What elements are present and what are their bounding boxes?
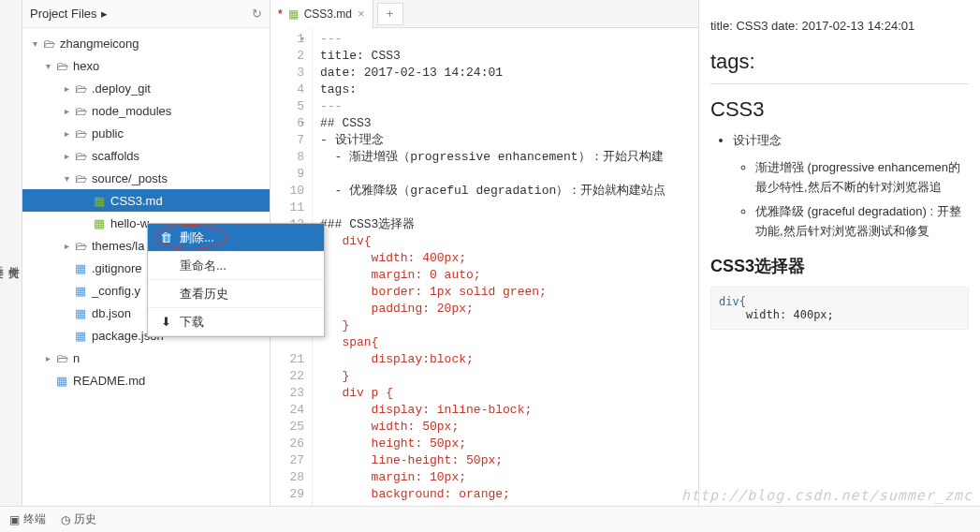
file-icon: ▦ [54, 374, 69, 388]
folder-item[interactable]: ▸🗁public [22, 122, 270, 144]
context-menu-item[interactable]: ⬇下载 [148, 308, 324, 336]
file-icon: ▦ [73, 306, 88, 320]
folder-item[interactable]: ▾🗁hexo [22, 54, 270, 77]
file-icon: ▦ [73, 284, 88, 298]
file-icon: ▦ [73, 261, 88, 275]
chevron-icon: ▸ [60, 128, 73, 139]
folder-item[interactable]: ▸🗁.deploy_git [22, 77, 270, 99]
context-menu-item[interactable]: 🗑删除... [148, 224, 324, 252]
code-area[interactable]: ---title: CSS3date: 2017-02-13 14:24:01t… [313, 28, 698, 506]
folder-icon: 🗁 [73, 239, 88, 253]
chevron-icon: ▾ [41, 61, 54, 71]
chevron-icon: ▸ [41, 353, 54, 363]
chevron-icon: ▸ [60, 151, 73, 161]
preview-tags: tags: [710, 50, 969, 74]
item-label: themes/la [92, 239, 144, 253]
file-icon: ▦ [73, 329, 88, 343]
modified-indicator: * [278, 7, 283, 21]
folder-icon: 🗁 [54, 59, 69, 73]
file-item[interactable]: ▦README.md [22, 369, 270, 392]
tab-label: CSS3.md [304, 7, 352, 21]
item-label: db.json [92, 306, 131, 320]
project-files-dropdown[interactable]: Project Files ▸ [30, 7, 108, 21]
item-label: source/_posts [92, 171, 168, 185]
menu-label: 查看历史 [180, 286, 228, 303]
terminal-icon: ▣ [9, 513, 20, 526]
history-icon: ◷ [61, 513, 70, 526]
item-label: _config.y [92, 284, 140, 298]
preview-code-block: div{ width: 400px; [710, 287, 969, 330]
list-item: 设计理念 [733, 131, 969, 151]
list-item: 优雅降级 (graceful degradation) : 开整功能,然后针对浏… [755, 202, 969, 242]
history-button[interactable]: ◷ 历史 [61, 511, 96, 527]
folder-icon: 🗁 [73, 171, 88, 185]
file-icon: ▦ [288, 7, 299, 21]
editor-panel: * ▦ CSS3.md × + 1▾23456▾789101112▾212223… [271, 0, 699, 506]
folder-icon: 🗁 [41, 37, 56, 51]
tab-css3[interactable]: * ▦ CSS3.md × [271, 0, 373, 28]
menu-label: 重命名... [180, 258, 227, 274]
folder-icon: 🗁 [54, 351, 69, 365]
item-label: .gitignore [92, 261, 141, 275]
menu-label: 下载 [180, 314, 204, 331]
vertical-tabs: 文件树 工作文件 [0, 0, 22, 506]
status-bar: ▣ 终端 ◷ 历史 [0, 506, 980, 532]
preview-h2: CSS3选择器 [710, 255, 969, 277]
context-menu-item[interactable]: 重命名... [148, 252, 324, 280]
chevron-icon: ▸ [60, 241, 73, 251]
folder-icon: 🗁 [73, 149, 88, 163]
refresh-icon[interactable]: ↻ [252, 7, 262, 21]
item-label: hexo [73, 59, 99, 73]
item-label: zhangmeicong [60, 37, 139, 51]
menu-icon: ⬇ [159, 315, 172, 329]
dropdown-icon: ▸ [101, 7, 108, 21]
chevron-icon: ▾ [28, 38, 41, 49]
file-icon: ▦ [92, 194, 107, 208]
folder-icon: 🗁 [73, 104, 88, 118]
menu-label: 删除... [180, 229, 214, 246]
item-label: node_modules [92, 104, 171, 118]
menu-icon: 🗑 [159, 230, 172, 244]
preview-meta: title: CSS3 date: 2017-02-13 14:24:01 [710, 19, 969, 33]
chevron-icon: ▾ [60, 173, 73, 184]
file-icon: ▦ [92, 216, 107, 230]
project-files-label: Project Files [30, 7, 97, 21]
close-icon[interactable]: × [358, 7, 365, 21]
item-label: scaffolds [92, 149, 139, 163]
chevron-icon: ▸ [60, 106, 73, 116]
item-label: README.md [73, 374, 145, 388]
chevron-icon: ▸ [60, 83, 73, 94]
context-menu: 🗑删除...重命名...查看历史⬇下载 [147, 223, 325, 337]
item-label: n [73, 351, 80, 365]
context-menu-item[interactable]: 查看历史 [148, 280, 324, 308]
folder-icon: 🗁 [73, 126, 88, 140]
folder-icon: 🗁 [73, 81, 88, 96]
terminal-button[interactable]: ▣ 终端 [9, 511, 46, 527]
folder-item[interactable]: ▾🗁source/_posts [22, 167, 270, 189]
folder-item[interactable]: ▾🗁zhangmeicong [22, 32, 270, 54]
item-label: hello-w [110, 216, 149, 230]
item-label: public [92, 126, 124, 140]
editor-body[interactable]: 1▾23456▾789101112▾21222324252627282930 -… [271, 28, 698, 506]
preview-h1: CSS3 [710, 97, 969, 122]
new-tab-button[interactable]: + [377, 3, 403, 25]
file-item[interactable]: ▦CSS3.md [22, 189, 270, 212]
list-item: 渐进增强 (progressive enhancemen的最少特性,然后不断的针… [755, 158, 969, 198]
file-panel-header: Project Files ▸ ↻ [22, 0, 270, 28]
folder-item[interactable]: ▸🗁scaffolds [22, 144, 270, 167]
tab-bar: * ▦ CSS3.md × + [271, 0, 698, 28]
item-label: CSS3.md [110, 194, 163, 208]
folder-item[interactable]: ▸🗁node_modules [22, 99, 270, 122]
preview-panel: title: CSS3 date: 2017-02-13 14:24:01 ta… [699, 0, 980, 506]
preview-list: 设计理念 渐进增强 (progressive enhancemen的最少特性,然… [710, 131, 969, 242]
item-label: .deploy_git [92, 81, 151, 96]
divider [710, 83, 969, 84]
folder-item[interactable]: ▸🗁n [22, 347, 270, 369]
